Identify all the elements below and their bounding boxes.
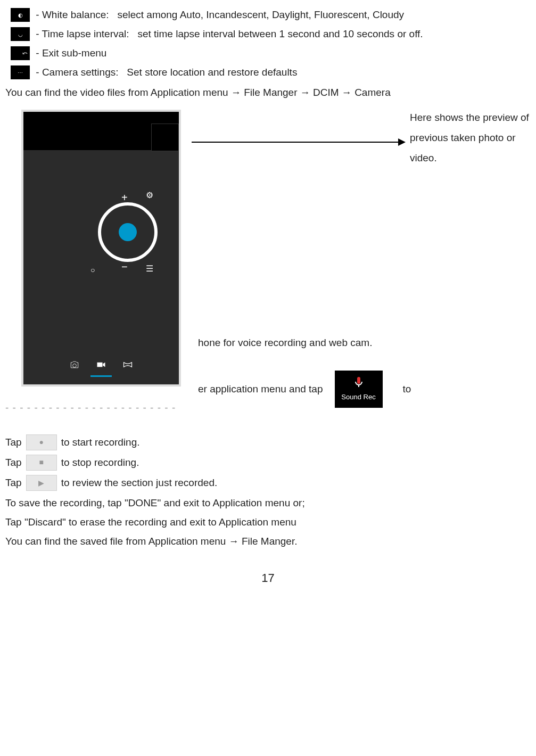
- item-label: - White balance:: [33, 5, 109, 24]
- tap-post: to review the section just recorded.: [61, 473, 218, 492]
- white-balance-icon: ◐: [11, 8, 30, 22]
- item-desc: select among Auto, Incandescent, Dayligh…: [109, 5, 404, 24]
- flash-icon[interactable]: ⚙: [146, 187, 153, 203]
- record-button-icon[interactable]: ●: [26, 434, 57, 450]
- preview-thumbnail[interactable]: [151, 124, 179, 151]
- tap-review-row: Tap ▶ to review the section just recorde…: [5, 473, 531, 492]
- tap-post: to stop recording.: [61, 453, 139, 472]
- item-camera-settings: ⋯ - Camera settings: Set store location …: [11, 63, 531, 82]
- item-time-lapse: ◡ - Time lapse interval: set time lapse …: [11, 24, 531, 44]
- partial-text-2b: to: [403, 380, 411, 399]
- time-lapse-icon: ◡: [11, 27, 30, 41]
- stop-button-icon[interactable]: ■: [26, 455, 57, 471]
- item-desc: Set store location and restore defaults: [119, 63, 298, 82]
- photo-mode-icon[interactable]: [69, 358, 80, 376]
- item-exit-submenu: ⤺ - Exit sub-menu: [11, 44, 531, 63]
- tap-stop-row: Tap ■ to stop recording.: [5, 453, 531, 472]
- circle-icon[interactable]: ○: [90, 263, 95, 277]
- mode-row: [23, 355, 179, 379]
- page-number: 17: [5, 567, 531, 589]
- item-label: - Exit sub-menu: [33, 44, 106, 63]
- item-white-balance: ◐ - White balance: select among Auto, In…: [11, 5, 531, 24]
- partial-text-1: hone for voice recording and web cam.: [198, 333, 372, 352]
- phone-preview-strip: [23, 124, 179, 150]
- item-label: - Camera settings:: [33, 63, 119, 82]
- sliders-icon[interactable]: ☰: [146, 261, 153, 277]
- find-saved-path: You can find the saved file from Applica…: [5, 532, 531, 551]
- phone-status-bar: [23, 112, 179, 124]
- camera-screenshot-figure: + ⚙ ○ − ☰ Here shows the preview of prev…: [21, 110, 531, 408]
- video-mode-icon[interactable]: [96, 358, 106, 376]
- sound-recorder-label: Sound Rec: [341, 391, 375, 404]
- partial-row-2: er application menu and tap Sound Rec to: [198, 371, 411, 408]
- camera-dial[interactable]: + ⚙ ○ − ☰: [98, 202, 158, 262]
- tap-pre: Tap: [5, 433, 22, 452]
- discard-instruction: Tap "Discard" to erase the recording and…: [5, 513, 531, 532]
- tap-pre: Tap: [5, 453, 22, 472]
- panorama-mode-icon[interactable]: [122, 358, 133, 376]
- phone-screenshot: + ⚙ ○ − ☰: [21, 110, 181, 387]
- tap-post: to start recording.: [61, 433, 140, 452]
- shutter-button[interactable]: [119, 223, 137, 241]
- item-label: - Time lapse interval:: [33, 24, 129, 44]
- tap-start-row: Tap ● to start recording.: [5, 433, 531, 452]
- partial-text-2a: er application menu and tap: [198, 380, 323, 399]
- callout-arrow: [192, 142, 405, 143]
- find-video-path: You can find the video files from Applic…: [5, 83, 531, 102]
- active-mode-underline: [90, 375, 112, 377]
- save-instruction: To save the recording, tap "DONE" and ex…: [5, 494, 531, 513]
- settings-icon: ⋯: [11, 65, 30, 79]
- tap-pre: Tap: [5, 473, 22, 492]
- back-icon: ⤺: [11, 46, 30, 60]
- callout-text: Here shows the preview of previous taken…: [410, 108, 536, 168]
- play-button-icon[interactable]: ▶: [26, 475, 57, 491]
- item-desc: set time lapse interval between 1 second…: [129, 24, 423, 44]
- sound-recorder-app-icon[interactable]: Sound Rec: [335, 371, 383, 408]
- minus-icon[interactable]: −: [121, 257, 128, 277]
